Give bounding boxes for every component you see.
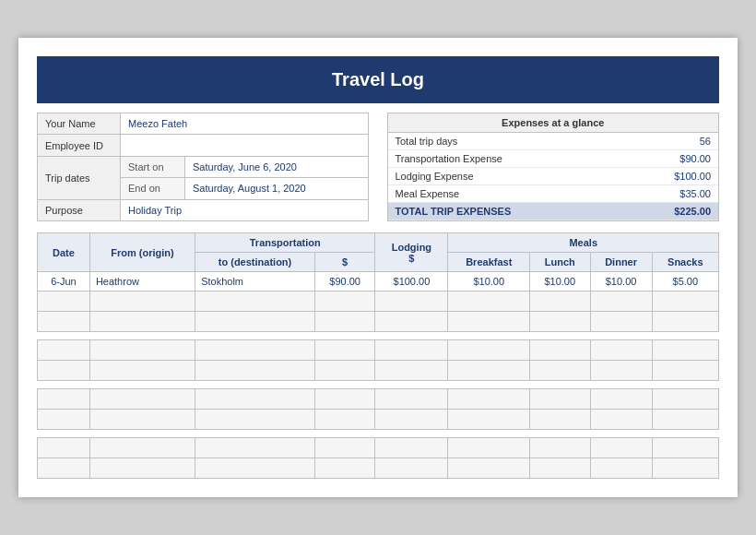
employee-value [121, 135, 369, 156]
name-row: Your Name Meezo Fateh [38, 113, 369, 135]
cell-lunch: $10.00 [530, 272, 590, 291]
group-header-row: Date From (origin) Transportation Lodgin… [38, 233, 719, 253]
col-date: Date [38, 233, 90, 272]
trip-dates-label: Trip dates [38, 156, 121, 199]
cell-dinner: $10.00 [590, 272, 652, 291]
empty-row [38, 389, 719, 410]
col-from: From (origin) [89, 233, 195, 272]
cell-snacks: $5.00 [652, 272, 718, 291]
log-table: Date From (origin) Transportation Lodgin… [37, 232, 719, 479]
col-snacks: Snacks [652, 253, 718, 272]
start-label: Start on [121, 156, 185, 177]
empty-row [38, 312, 719, 332]
employee-row: Employee ID [38, 135, 369, 156]
expense-row-1: Transportation Expense $90.00 [388, 150, 719, 168]
expense-total-row: TOTAL TRIP EXPENSES $225.00 [388, 203, 719, 220]
expense-total-label: TOTAL TRIP EXPENSES [396, 206, 512, 217]
expense-row-0: Total trip days 56 [388, 133, 719, 150]
expense-total-value: $225.00 [674, 206, 711, 217]
start-value: Saturday, June 6, 2020 [185, 156, 369, 177]
col-to: to (destination) [195, 253, 315, 272]
purpose-row: Purpose Holiday Trip [38, 199, 369, 220]
col-dinner: Dinner [590, 253, 652, 272]
cell-lodging: $100.00 [375, 272, 448, 291]
cell-to: Stokholm [195, 272, 315, 291]
col-lunch: Lunch [530, 253, 590, 272]
end-value: Saturday, August 1, 2020 [185, 178, 369, 199]
expense-label-0: Total trip days [396, 136, 458, 147]
expenses-box: Expenses at a glance Total trip days 56 … [387, 113, 720, 221]
end-label: End on [121, 178, 185, 199]
name-label: Your Name [38, 113, 121, 135]
start-date-row: Trip dates Start on Saturday, June 6, 20… [38, 156, 369, 177]
expense-row-3: Meal Expense $35.00 [388, 185, 719, 203]
page-title: Travel Log [37, 56, 719, 103]
expense-label-3: Meal Expense [396, 188, 460, 199]
employee-label: Employee ID [38, 135, 121, 156]
expense-val-2: $100.00 [674, 171, 711, 182]
page: Travel Log Your Name Meezo Fateh Employe… [18, 38, 738, 497]
expense-val-0: 56 [700, 136, 711, 147]
cell-transport: $90.00 [314, 272, 374, 291]
expense-label-1: Transportation Expense [396, 153, 502, 164]
empty-row [38, 361, 719, 381]
expenses-title: Expenses at a glance [388, 113, 719, 133]
purpose-value: Holiday Trip [121, 199, 369, 220]
expense-row-2: Lodging Expense $100.00 [388, 168, 719, 185]
empty-row [38, 291, 719, 312]
expense-label-2: Lodging Expense [396, 171, 474, 182]
purpose-label: Purpose [38, 199, 121, 220]
col-meals-group: Meals [448, 233, 719, 253]
cell-date: 6-Jun [38, 272, 90, 291]
empty-row [38, 438, 719, 458]
name-value: Meezo Fateh [121, 113, 369, 135]
col-breakfast: Breakfast [448, 253, 530, 272]
col-transport-group: Transportation [195, 233, 375, 253]
info-table: Your Name Meezo Fateh Employee ID Trip d… [37, 113, 369, 221]
cell-breakfast: $10.00 [448, 272, 530, 291]
empty-row [38, 458, 719, 479]
top-section: Your Name Meezo Fateh Employee ID Trip d… [37, 113, 719, 221]
col-transport-amount: $ [314, 253, 374, 272]
col-lodging-group: Lodging$ [375, 233, 448, 272]
expense-val-1: $90.00 [679, 153, 711, 164]
empty-row [38, 340, 719, 361]
cell-from: Heathrow [89, 272, 195, 291]
table-row: 6-Jun Heathrow Stokholm $90.00 $100.00 $… [38, 272, 719, 291]
empty-row [38, 410, 719, 430]
expense-val-3: $35.00 [679, 188, 711, 199]
